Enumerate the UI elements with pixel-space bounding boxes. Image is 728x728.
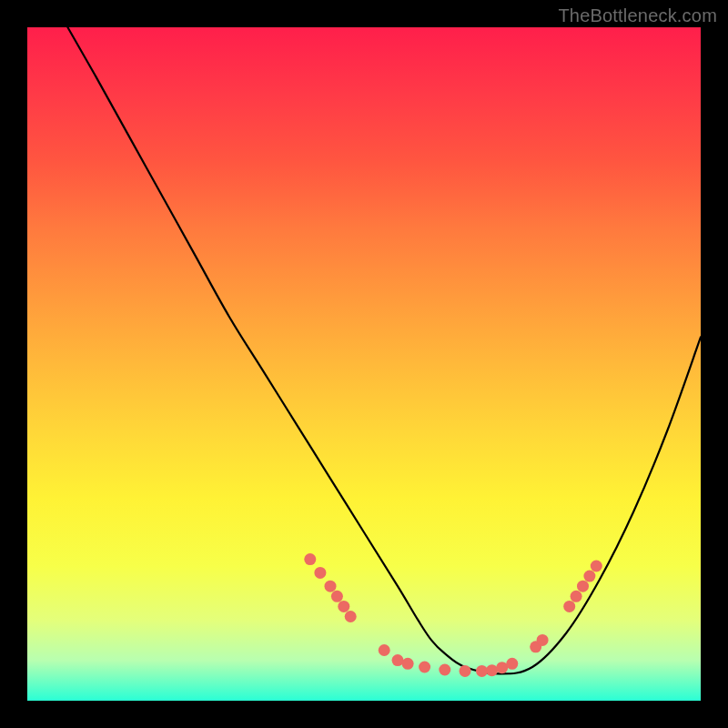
marker-dot (331, 591, 343, 602)
marker-dot (583, 571, 595, 582)
marker-dot (591, 561, 602, 572)
bottleneck-curve (67, 27, 701, 673)
marker-dot (476, 665, 488, 677)
marker-dot (496, 662, 508, 673)
chart-svg (27, 27, 701, 701)
highlight-markers (304, 553, 602, 677)
marker-dot (345, 611, 357, 622)
watermark-text: TheBottleneck.com (558, 5, 717, 26)
marker-dot (506, 658, 518, 670)
marker-dot (419, 662, 430, 673)
marker-dot (486, 664, 498, 676)
marker-dot (571, 591, 582, 602)
marker-dot (402, 658, 414, 670)
marker-dot (379, 644, 390, 656)
marker-dot (392, 654, 404, 666)
marker-dot (325, 581, 337, 592)
marker-dot (338, 601, 349, 612)
marker-dot (304, 553, 316, 565)
marker-dot (577, 581, 589, 592)
plot-area (27, 27, 701, 701)
marker-dot (563, 601, 575, 612)
marker-dot (537, 634, 549, 646)
marker-dot (460, 665, 471, 677)
marker-dot (439, 664, 450, 676)
chart-frame: TheBottleneck.com (0, 0, 728, 728)
marker-dot (314, 567, 326, 579)
